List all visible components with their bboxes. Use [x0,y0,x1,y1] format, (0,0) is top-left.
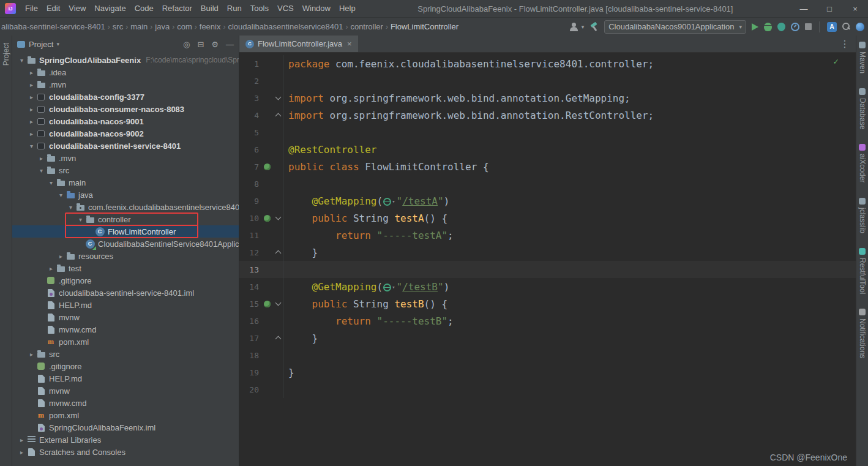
chevron-down-icon[interactable]: ▾ [392,198,395,205]
fold-collapse-icon[interactable] [274,89,283,107]
build-hammer-icon[interactable] [589,22,599,31]
chevron-right-icon[interactable]: ▸ [27,351,36,358]
project-tool-button[interactable]: Project [2,43,10,66]
tree-item-help-md[interactable]: HELP.md [12,299,239,311]
gear-icon[interactable]: ⚙ [211,40,219,49]
tool-window-button-maven[interactable]: Maven [858,42,867,73]
tree-item-cloudalibaba-nacos-9002[interactable]: ▸cloudalibaba-nacos-9002 [12,127,239,140]
chevron-down-icon[interactable]: ▾ [27,143,36,149]
run-button[interactable] [752,23,758,31]
spring-bean-icon[interactable] [260,163,274,170]
menu-help[interactable]: Help [335,0,360,17]
debug-button[interactable] [764,23,772,31]
tree-item--gitignore[interactable]: .gitignore [12,274,239,287]
user-account-icon[interactable] [569,22,578,31]
run-configuration-select[interactable]: CloudalibabaNacos9001Application ▾ [604,20,746,34]
code-line-10[interactable]: 10 public String testA() { [239,209,856,227]
chevron-right-icon[interactable]: ▸ [17,449,26,456]
close-icon[interactable]: × [347,39,352,48]
tree-item-test[interactable]: ▸test [12,262,239,274]
breadcrumb-item[interactable]: com [176,22,193,31]
minimize-button[interactable]: — [791,0,817,17]
code-line-2[interactable]: 2 [239,72,856,89]
code-line-5[interactable]: 5 [239,124,856,141]
tool-window-button-aixcoder[interactable]: aiXcoder [858,144,867,182]
breadcrumb-item[interactable]: cloudalibabasentinelservice8401 [226,22,344,31]
code-line-3[interactable]: 3import org.springframework.web.bind.ann… [239,89,856,107]
code-line-7[interactable]: 7public class FlowLimitController { [239,158,856,175]
tree-item-mvnw[interactable]: mvnw [12,311,239,323]
tree-item-cloudalibaba-consumer-nacos-8083[interactable]: ▸cloudalibaba-consumer-nacos-8083 [12,103,239,115]
tree-item-pom-xml[interactable]: mpom.xml [12,336,239,348]
code-line-19[interactable]: 19} [239,364,856,381]
chevron-right-icon[interactable]: ▸ [37,155,46,162]
code-line-17[interactable]: 17 } [239,329,856,347]
chevron-down-icon[interactable]: ▾ [37,167,46,174]
code-line-14[interactable]: 14 @GetMapping(▾"/testB") [239,278,856,295]
translate-icon[interactable]: A [827,22,837,32]
fold-collapse-icon[interactable] [274,209,283,227]
chevron-down-icon[interactable]: ▾ [47,179,56,186]
code-line-18[interactable]: 18 [239,347,856,364]
ide-sphere-icon[interactable] [856,23,864,31]
chevron-down-icon[interactable]: ▾ [66,204,75,211]
tree-item-springcloudalibabafeenix-iml[interactable]: SpringCloudAlibabaFeenix.iml [12,421,239,434]
search-icon[interactable] [842,23,850,31]
tree-item-cloudalibaba-nacos-9001[interactable]: ▸cloudalibaba-nacos-9001 [12,115,239,127]
close-button[interactable]: × [842,0,868,17]
menu-run[interactable]: Run [223,0,246,17]
menu-file[interactable]: File [21,0,42,17]
chevron-right-icon[interactable]: ▸ [27,130,36,137]
tree-item-java[interactable]: ▾java [12,189,239,201]
spring-bean-icon[interactable] [260,301,274,307]
chevron-right-icon[interactable]: ▸ [56,253,65,260]
menu-edit[interactable]: Edit [42,0,64,17]
chevron-down-icon[interactable]: ▾ [76,216,85,223]
spring-bean-icon[interactable] [260,215,274,222]
code-line-8[interactable]: 8 [239,175,856,192]
fold-end-icon[interactable] [274,329,283,347]
fold-end-icon[interactable] [274,107,283,124]
chevron-down-icon[interactable]: ▾ [17,57,26,64]
coverage-button[interactable] [777,23,785,31]
breadcrumb-item[interactable]: FlowLimitController [389,22,460,31]
tree-item-cloudalibaba-sentinel-service-8401-iml[interactable]: cloudalibaba-sentinel-service-8401.iml [12,287,239,299]
tree-item-cloudalibaba-sentinel-service-8401[interactable]: ▾cloudalibaba-sentinel-service-8401 [12,140,239,152]
tree-item-mvnw-cmd[interactable]: mvnw.cmd [12,323,239,336]
collapse-all-icon[interactable]: ⊟ [197,40,204,49]
menu-code[interactable]: Code [130,0,158,17]
chevron-right-icon[interactable]: ▸ [27,118,36,125]
chevron-down-icon[interactable]: ▾ [56,41,59,47]
tree-item-scratches-and-consoles[interactable]: ▸Scratches and Consoles [12,446,239,458]
fold-end-icon[interactable] [274,244,283,261]
inspection-ok-icon[interactable]: ✓ [834,56,839,66]
code-line-4[interactable]: 4import org.springframework.web.bind.ann… [239,107,856,124]
chevron-right-icon[interactable]: ▸ [47,265,56,272]
tree-item-cloudalibaba-config-3377[interactable]: ▸cloudalibaba-config-3377 [12,91,239,103]
tree-item-pom-xml[interactable]: mpom.xml [12,409,239,421]
chevron-right-icon[interactable]: ▸ [27,94,36,100]
breadcrumb-item[interactable]: main [129,22,149,31]
breadcrumb-item[interactable]: feenix [198,22,222,31]
code-line-13[interactable]: 13 [239,261,856,278]
tree-item-resources[interactable]: ▸resources [12,250,239,262]
code-line-9[interactable]: 9 @GetMapping(▾"/testA") [239,192,856,209]
chevron-right-icon[interactable]: ▸ [27,81,36,88]
tool-window-button-notifications[interactable]: Notifications [858,309,867,358]
menu-view[interactable]: View [64,0,90,17]
maximize-button[interactable]: □ [817,0,842,17]
tree-item-controller[interactable]: ▾controller [12,213,239,225]
chevron-right-icon[interactable]: ▸ [27,69,36,76]
code-line-15[interactable]: 15 public String testB() { [239,295,856,312]
tree-item-springcloudalibabafeenix[interactable]: ▾SpringCloudAlibabaFeenixF:\code\mca\spr… [12,54,239,66]
tree-item-src[interactable]: ▾src [12,164,239,176]
breadcrumb-item[interactable]: src [111,22,124,31]
breadcrumb-item[interactable]: alibaba-sentinel-service-8401 [0,22,107,31]
tree-item-cloudalibabasentinelservice8401application[interactable]: CCloudalibabaSentinelService8401Applicat… [12,238,239,250]
hide-panel-icon[interactable]: — [226,40,234,49]
tool-window-button-restfultool[interactable]: RestfulTool [858,248,867,294]
code-line-20[interactable]: 20 [239,381,856,398]
tab-options-icon[interactable]: ⋮ [834,36,856,52]
tool-window-button-jclasslib[interactable]: jclasslib [858,198,867,233]
tree-item-help-md[interactable]: HELP.md [12,372,239,385]
